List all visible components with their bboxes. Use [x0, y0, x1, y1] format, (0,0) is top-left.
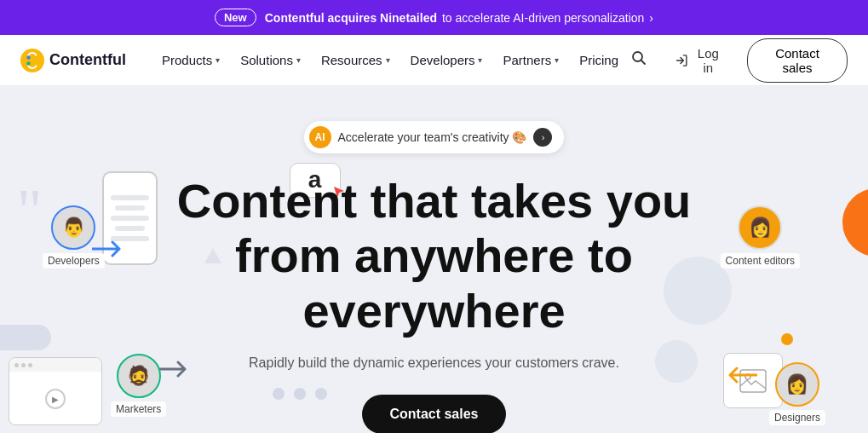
hero-cta-button[interactable]: Contact sales — [362, 395, 505, 433]
marketer-avatar: 🧔 — [117, 354, 161, 398]
logo[interactable]: Contentful — [20, 49, 126, 72]
search-button[interactable] — [627, 46, 651, 74]
content-editor-avatar: 👩 — [738, 205, 782, 250]
deco-circle-3 — [315, 388, 327, 400]
designer-avatar: 👩 — [775, 362, 819, 407]
content-editor-label: Content editors — [721, 253, 800, 268]
top-banner: New Contentful acquires Ninetailed to ac… — [0, 0, 868, 35]
nav-partners[interactable]: Partners ▾ — [494, 46, 567, 74]
banner-text[interactable]: Contentful acquires Ninetailed to accele… — [265, 11, 653, 25]
deco-pill-left — [0, 325, 51, 350]
ai-badge: AI — [309, 126, 331, 148]
svg-point-2 — [26, 61, 30, 65]
hero-subtitle: Rapidly build the dynamic experiences yo… — [249, 355, 619, 371]
ai-pill[interactable]: AI Accelerate your team's creativity 🎨 › — [304, 121, 565, 153]
browser-topbar — [9, 358, 101, 372]
designers-card: 👩 Designers — [769, 362, 825, 425]
login-label: Log in — [693, 46, 723, 75]
chevron-down-icon: ▾ — [216, 55, 220, 65]
svg-point-3 — [633, 52, 642, 61]
phone-line-1 — [111, 195, 149, 200]
hero-section: " 👨 Developers a 👩 Content editors AI Ac… — [0, 86, 868, 433]
designer-arrow-icon — [725, 363, 757, 387]
browser-content: ▶ — [9, 372, 101, 425]
deco-small-circle — [655, 340, 698, 383]
chevron-down-icon: ▾ — [478, 55, 482, 65]
deco-circle-1 — [273, 388, 285, 400]
navbar: Contentful Products ▾ Solutions ▾ Resour… — [0, 35, 868, 86]
chevron-down-icon: ▾ — [296, 55, 301, 65]
yellow-dot — [781, 333, 793, 345]
search-icon — [630, 49, 647, 66]
banner-arrow: › — [649, 11, 653, 25]
contentful-logo-icon — [20, 49, 44, 72]
nav-pricing[interactable]: Pricing — [571, 46, 627, 74]
nav-links: Products ▾ Solutions ▾ Resources ▾ Devel… — [153, 46, 627, 74]
chevron-down-icon: ▾ — [555, 55, 559, 65]
marketers-card: 🧔 Marketers — [111, 354, 166, 417]
phone-line-3 — [111, 216, 149, 221]
content-editor-card: 👩 Content editors — [721, 205, 800, 268]
nav-products[interactable]: Products ▾ — [153, 46, 228, 74]
nav-actions: Log in Contact sales — [627, 38, 848, 83]
svg-point-1 — [26, 55, 30, 59]
logo-text: Contentful — [49, 51, 126, 69]
quote-mark-left: " — [17, 180, 42, 241]
banner-normal-text: to accelerate AI-driven personalization — [442, 11, 644, 25]
developer-arrow-icon — [92, 235, 128, 263]
designers-label: Designers — [769, 410, 825, 425]
hero-title: Content that takes you from anywhere to … — [177, 174, 692, 338]
login-icon — [675, 53, 688, 68]
login-button[interactable]: Log in — [664, 39, 733, 82]
browser-mockup: ▶ — [9, 357, 102, 425]
phone-line-4 — [115, 226, 145, 231]
deco-circle-2 — [294, 388, 306, 400]
phone-line-2 — [115, 205, 145, 211]
orange-half-circle — [842, 188, 868, 257]
contact-sales-nav-button[interactable]: Contact sales — [747, 38, 848, 83]
play-icon: ▶ — [45, 389, 66, 409]
banner-bold-text: Contentful acquires Ninetailed — [265, 11, 437, 25]
chevron-down-icon: ▾ — [386, 55, 390, 65]
ai-pill-arrow-icon[interactable]: › — [533, 128, 552, 147]
nav-solutions[interactable]: Solutions ▾ — [232, 46, 309, 74]
nav-resources[interactable]: Resources ▾ — [313, 46, 399, 74]
developer-avatar: 👨 — [51, 205, 95, 250]
nav-developers[interactable]: Developers ▾ — [402, 46, 491, 74]
ai-pill-text: Accelerate your team's creativity 🎨 — [338, 130, 527, 144]
new-badge: New — [215, 9, 256, 26]
marketers-label: Marketers — [111, 401, 166, 417]
